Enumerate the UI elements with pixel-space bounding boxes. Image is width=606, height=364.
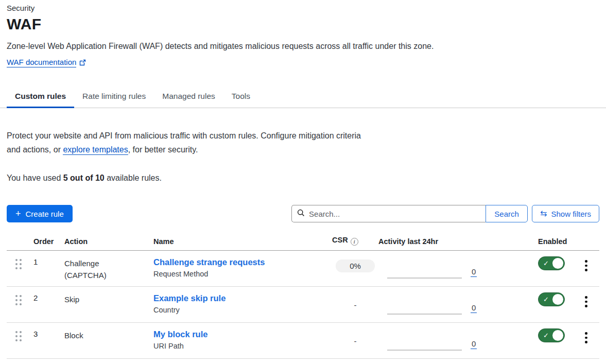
kebab-menu-button[interactable] bbox=[582, 295, 591, 322]
usage-count: 5 out of 10 bbox=[63, 174, 105, 182]
rule-action: Challenge (CAPTCHA) bbox=[64, 257, 121, 281]
info-icon[interactable]: i bbox=[351, 238, 358, 246]
show-filters-label: Show filters bbox=[551, 210, 591, 218]
table-row: 3 Block My block rule URI Path - 0 ✓ bbox=[7, 323, 599, 359]
search-input[interactable] bbox=[309, 210, 480, 218]
toggle-knob bbox=[552, 330, 563, 341]
toolbar: + Create rule Search ⇆ Show filters bbox=[0, 205, 606, 222]
page-eyebrow: Security bbox=[0, 4, 606, 12]
check-icon: ✓ bbox=[543, 260, 549, 267]
enabled-toggle[interactable]: ✓ bbox=[538, 292, 565, 306]
activity-count-link[interactable]: 0 bbox=[471, 340, 477, 349]
column-header-name: Name bbox=[153, 237, 332, 246]
create-rule-button[interactable]: + Create rule bbox=[7, 205, 73, 222]
csr-value: - bbox=[354, 296, 357, 309]
rule-expression: URI Path bbox=[153, 342, 332, 350]
search-icon bbox=[297, 209, 305, 219]
table-header-row: Order Action Name CSRi Activity last 24h… bbox=[7, 236, 599, 251]
page-title: WAF bbox=[0, 15, 606, 33]
page-description: Zone-level Web Application Firewall (WAF… bbox=[0, 42, 606, 51]
create-rule-label: Create rule bbox=[26, 210, 64, 218]
intro-text-after: , for better security. bbox=[128, 145, 198, 154]
check-icon: ✓ bbox=[543, 332, 549, 339]
tab-bar: Custom rules Rate limiting rules Managed… bbox=[0, 86, 606, 108]
rule-name-link[interactable]: Example skip rule bbox=[153, 293, 332, 303]
table-row: 2 Skip Example skip rule Country - 0 ✓ bbox=[7, 287, 599, 323]
usage-prefix: You have used bbox=[7, 174, 63, 182]
intro-text: Protect your website and API from malici… bbox=[0, 129, 381, 157]
tab-managed-rules[interactable]: Managed rules bbox=[154, 86, 223, 108]
rule-name-link[interactable]: My block rule bbox=[153, 330, 332, 339]
kebab-menu-button[interactable] bbox=[582, 259, 591, 286]
drag-handle-icon[interactable] bbox=[15, 331, 22, 341]
rule-action: Block bbox=[64, 330, 121, 341]
tab-rate-limiting-rules[interactable]: Rate limiting rules bbox=[74, 86, 154, 108]
drag-handle-icon[interactable] bbox=[15, 295, 22, 305]
plus-icon: + bbox=[15, 209, 21, 218]
rule-expression: Request Method bbox=[153, 270, 332, 278]
column-header-activity: Activity last 24hr bbox=[378, 237, 538, 246]
csr-value: - bbox=[354, 332, 357, 345]
external-link-icon bbox=[79, 59, 86, 67]
search-box bbox=[291, 205, 486, 222]
swap-arrows-icon: ⇆ bbox=[540, 210, 547, 218]
activity-sparkline bbox=[387, 278, 462, 279]
check-icon: ✓ bbox=[543, 296, 549, 303]
activity-sparkline bbox=[387, 350, 462, 351]
rules-table: Order Action Name CSRi Activity last 24h… bbox=[7, 236, 599, 359]
kebab-menu-button[interactable] bbox=[582, 331, 591, 358]
toggle-knob bbox=[552, 258, 563, 269]
table-row: 1 Challenge (CAPTCHA) Challenge strange … bbox=[7, 251, 599, 287]
column-header-order: Order bbox=[33, 237, 64, 246]
csr-header-label: CSR bbox=[332, 236, 348, 244]
usage-text: You have used 5 out of 10 available rule… bbox=[0, 174, 606, 183]
activity-count-link[interactable]: 0 bbox=[471, 304, 477, 313]
rule-action: Skip bbox=[64, 293, 121, 305]
column-header-action: Action bbox=[64, 237, 153, 246]
rule-order: 1 bbox=[33, 251, 64, 286]
activity-count-link[interactable]: 0 bbox=[471, 268, 477, 277]
toggle-knob bbox=[552, 294, 563, 305]
rule-order: 3 bbox=[33, 323, 64, 358]
csr-badge: 0% bbox=[336, 259, 375, 272]
column-header-csr: CSRi bbox=[332, 236, 378, 246]
waf-documentation-link[interactable]: WAF documentation bbox=[7, 58, 76, 67]
rule-name-link[interactable]: Challenge strange requests bbox=[153, 257, 332, 267]
show-filters-button[interactable]: ⇆ Show filters bbox=[532, 205, 599, 222]
search-button[interactable]: Search bbox=[486, 205, 528, 222]
drag-handle-icon[interactable] bbox=[15, 259, 22, 269]
column-header-enabled: Enabled bbox=[538, 237, 573, 246]
search-group: Search bbox=[291, 205, 528, 222]
enabled-toggle[interactable]: ✓ bbox=[538, 328, 565, 342]
tab-tools[interactable]: Tools bbox=[223, 86, 258, 108]
rule-expression: Country bbox=[153, 306, 332, 314]
usage-suffix: available rules. bbox=[105, 174, 162, 182]
enabled-toggle[interactable]: ✓ bbox=[538, 256, 565, 270]
explore-templates-link[interactable]: explore templates bbox=[63, 145, 128, 155]
rule-order: 2 bbox=[33, 287, 64, 322]
activity-sparkline bbox=[387, 314, 462, 315]
tab-custom-rules[interactable]: Custom rules bbox=[7, 86, 74, 108]
